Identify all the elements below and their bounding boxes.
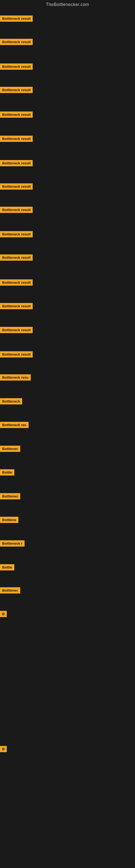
bottleneck-badge: Bottleneck result	[0, 303, 33, 309]
bottleneck-item[interactable]: Bottlene	[0, 517, 18, 523]
bottleneck-item[interactable]: Bottleneck result	[0, 231, 33, 237]
bottleneck-item[interactable]: Bottleneck result	[0, 16, 33, 22]
bottleneck-item[interactable]: Bottleneck result	[0, 207, 33, 213]
bottleneck-badge: Bottleneck resu	[0, 374, 31, 380]
bottleneck-badge: Bottleneck result	[0, 254, 33, 261]
bottleneck-badge: Bottlene	[0, 517, 18, 523]
bottleneck-item[interactable]: Bottleneck result	[0, 135, 33, 142]
bottleneck-badge: Bottle	[0, 564, 14, 570]
bottleneck-item[interactable]: Bottle	[0, 469, 14, 475]
bottleneck-item[interactable]: Bottleneck result	[0, 303, 33, 309]
bottleneck-badge: Bottleneck res	[0, 422, 29, 428]
bottleneck-item[interactable]: Bottleneck resu	[0, 374, 31, 380]
bottleneck-badge: B	[0, 611, 7, 617]
bottleneck-badge: Bottlenec	[0, 493, 20, 499]
bottleneck-item[interactable]: Bottleneck result	[0, 327, 33, 333]
bottleneck-badge: B	[0, 746, 7, 752]
bottleneck-item[interactable]: Bottleneck result	[0, 254, 33, 261]
bottleneck-badge: Bottleneck	[0, 398, 22, 404]
bottleneck-badge: Bottleneck result	[0, 87, 33, 93]
bottleneck-item[interactable]: B	[0, 611, 7, 617]
site-title: TheBottlenecker.com	[0, 0, 135, 9]
bottleneck-item[interactable]: Bottleneck r	[0, 540, 25, 547]
bottleneck-item[interactable]: Bottleneck result	[0, 112, 33, 118]
bottleneck-item[interactable]: Bottleneck res	[0, 422, 29, 428]
bottleneck-badge: Bottleneck result	[0, 231, 33, 237]
bottleneck-badge: Bottleneck result	[0, 16, 33, 22]
bottleneck-item[interactable]: Bottleneck result	[0, 279, 33, 286]
bottleneck-badge: Bottleneck result	[0, 160, 33, 166]
bottleneck-badge: Bottleneck result	[0, 135, 33, 142]
bottleneck-badge: Bottleneck result	[0, 63, 33, 70]
bottleneck-item[interactable]: Bottlenec	[0, 446, 20, 452]
bottleneck-item[interactable]: Bottleneck result	[0, 63, 33, 70]
bottleneck-item[interactable]: Bottlenec	[0, 493, 20, 499]
bottleneck-item[interactable]: B	[0, 746, 7, 752]
bottleneck-item[interactable]: Bottle	[0, 564, 14, 570]
bottleneck-badge: Bottleneck result	[0, 351, 33, 358]
bottleneck-badge: Bottleneck r	[0, 540, 25, 547]
bottleneck-item[interactable]: Bottleneck result	[0, 351, 33, 358]
bottleneck-badge: Bottleneck result	[0, 112, 33, 118]
bottleneck-badge: Bottle	[0, 469, 14, 475]
bottleneck-item[interactable]: Bottleneck result	[0, 183, 33, 190]
bottleneck-badge: Bottlenec	[0, 587, 20, 593]
bottleneck-badge: Bottlenec	[0, 446, 20, 452]
bottleneck-item[interactable]: Bottleneck result	[0, 87, 33, 93]
bottleneck-item[interactable]: Bottlenec	[0, 587, 20, 593]
bottleneck-badge: Bottleneck result	[0, 327, 33, 333]
bottleneck-item[interactable]: Bottleneck result	[0, 39, 33, 45]
bottleneck-badge: Bottleneck result	[0, 279, 33, 286]
bottleneck-item[interactable]: Bottleneck result	[0, 160, 33, 166]
bottleneck-badge: Bottleneck result	[0, 183, 33, 190]
bottleneck-badge: Bottleneck result	[0, 207, 33, 213]
bottleneck-badge: Bottleneck result	[0, 39, 33, 45]
bottleneck-item[interactable]: Bottleneck	[0, 398, 22, 404]
